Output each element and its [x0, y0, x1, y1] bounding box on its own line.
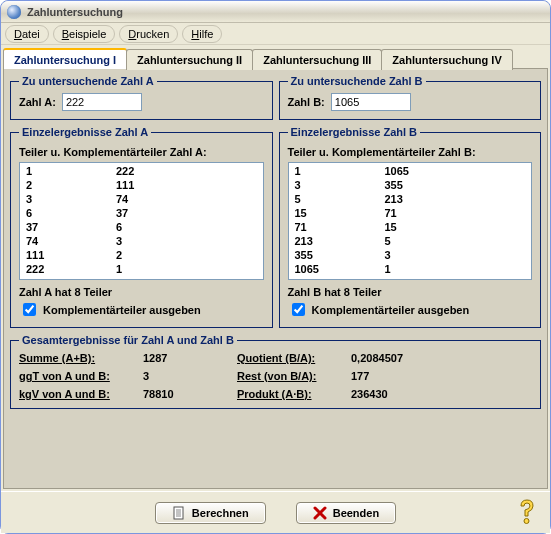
listbox-divisors-b[interactable]: 1106533555213157171152135355310651 [288, 162, 533, 280]
list-item[interactable]: 7115 [289, 220, 532, 234]
val-sum: 1287 [143, 352, 233, 364]
list-item[interactable]: 10651 [289, 262, 532, 276]
titlebar[interactable]: Zahluntersuchung [1, 1, 550, 23]
menu-drucken[interactable]: Drucken [119, 25, 178, 43]
list-item[interactable]: 1112 [20, 248, 263, 262]
input-zahl-b[interactable] [331, 93, 411, 111]
list-item[interactable]: 2135 [289, 234, 532, 248]
beenden-label: Beenden [333, 507, 379, 519]
checkbox-complement-a-input[interactable] [23, 303, 36, 316]
key-sum: Summe (A+B): [19, 352, 139, 364]
sub-results-a: Teiler u. Komplementärteiler Zahl A: [19, 146, 264, 158]
close-icon [313, 506, 327, 520]
count-a: Zahl A hat 8 Teiler [19, 286, 264, 298]
group-input-a: Zu untersuchende Zahl A Zahl A: [10, 75, 273, 120]
list-item[interactable]: 2111 [20, 178, 263, 192]
input-zahl-a[interactable] [62, 93, 142, 111]
list-item[interactable]: 376 [20, 220, 263, 234]
list-item[interactable]: 3355 [289, 178, 532, 192]
group-results-a: Einzelergebnisse Zahl A Teiler u. Komple… [10, 126, 273, 328]
val-ggt: 3 [143, 370, 233, 382]
label-zahl-b: Zahl B: [288, 96, 325, 108]
list-item[interactable]: 743 [20, 234, 263, 248]
menu-beispiele[interactable]: Beispiele [53, 25, 116, 43]
legend-input-a: Zu untersuchende Zahl A [19, 75, 157, 87]
checkbox-complement-b-input[interactable] [292, 303, 305, 316]
document-icon [172, 506, 186, 520]
key-quotient: Quotient (B/A): [237, 352, 347, 364]
list-item[interactable]: 637 [20, 206, 263, 220]
list-item[interactable]: 3553 [289, 248, 532, 262]
legend-results-b: Einzelergebnisse Zahl B [288, 126, 421, 138]
legend-results-a: Einzelergebnisse Zahl A [19, 126, 151, 138]
sub-results-b: Teiler u. Komplementärteiler Zahl B: [288, 146, 533, 158]
footer: Berechnen Beenden [1, 491, 550, 533]
legend-total: Gesamtergebnisse für Zahl A und Zahl B [19, 334, 237, 346]
key-rest: Rest (von B/A): [237, 370, 347, 382]
tab-zahluntersuchung-3[interactable]: Zahluntersuchung III [252, 49, 382, 70]
tab-bar: Zahluntersuchung I Zahluntersuchung II Z… [1, 45, 550, 68]
svg-rect-0 [174, 507, 183, 519]
key-produkt: Produkt (A·B): [237, 388, 347, 400]
list-item[interactable]: 5213 [289, 192, 532, 206]
tab-page: Zu untersuchende Zahl A Zahl A: Zu unter… [3, 68, 548, 489]
key-ggt: ggT von A und B: [19, 370, 139, 382]
list-item[interactable]: 11065 [289, 164, 532, 178]
svg-point-5 [524, 519, 529, 524]
menu-hilfe[interactable]: Hilfe [182, 25, 222, 43]
app-window: Zahluntersuchung Datei Beispiele Drucken… [0, 0, 551, 534]
berechnen-button[interactable]: Berechnen [155, 502, 266, 524]
listbox-divisors-a[interactable]: 1222211137463737674311122221 [19, 162, 264, 280]
menu-datei[interactable]: Datei [5, 25, 49, 43]
menubar: Datei Beispiele Drucken Hilfe [1, 23, 550, 45]
val-rest: 177 [351, 370, 431, 382]
group-results-b: Einzelergebnisse Zahl B Teiler u. Komple… [279, 126, 542, 328]
key-kgv: kgV von A und B: [19, 388, 139, 400]
app-icon [7, 5, 21, 19]
window-title: Zahluntersuchung [27, 6, 123, 18]
list-item[interactable]: 1571 [289, 206, 532, 220]
legend-input-b: Zu untersuchende Zahl B [288, 75, 426, 87]
val-kgv: 78810 [143, 388, 233, 400]
list-item[interactable]: 1222 [20, 164, 263, 178]
list-item[interactable]: 2221 [20, 262, 263, 276]
tab-zahluntersuchung-4[interactable]: Zahluntersuchung IV [381, 49, 512, 70]
group-input-b: Zu untersuchende Zahl B Zahl B: [279, 75, 542, 120]
help-icon[interactable] [512, 496, 542, 526]
beenden-button[interactable]: Beenden [296, 502, 396, 524]
val-quotient: 0,2084507 [351, 352, 431, 364]
tab-zahluntersuchung-2[interactable]: Zahluntersuchung II [126, 49, 253, 70]
val-produkt: 236430 [351, 388, 431, 400]
group-total-results: Gesamtergebnisse für Zahl A und Zahl B S… [10, 334, 541, 409]
tab-zahluntersuchung-1[interactable]: Zahluntersuchung I [3, 48, 127, 69]
checkbox-complement-b[interactable]: Komplementärteiler ausgeben [288, 300, 533, 319]
count-b: Zahl B hat 8 Teiler [288, 286, 533, 298]
berechnen-label: Berechnen [192, 507, 249, 519]
checkbox-complement-a[interactable]: Komplementärteiler ausgeben [19, 300, 264, 319]
list-item[interactable]: 374 [20, 192, 263, 206]
label-zahl-a: Zahl A: [19, 96, 56, 108]
